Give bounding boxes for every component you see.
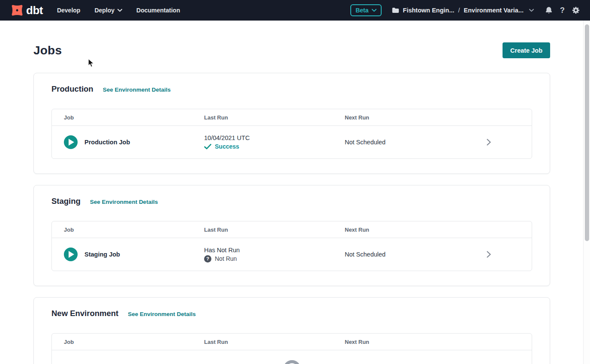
last-run-date: 10/04/2021 UTC	[204, 134, 345, 141]
nav-documentation[interactable]: Documentation	[136, 7, 180, 14]
chevron-down-icon[interactable]	[529, 9, 534, 12]
gear-icon[interactable]	[572, 6, 580, 14]
topbar-icons: ?	[545, 6, 580, 14]
chevron-right-icon	[487, 251, 491, 258]
breadcrumb: Fishtown Engin... / Environment Varia...	[392, 7, 534, 14]
status-label: Success	[215, 143, 239, 150]
last-run-status: ? Not Run	[204, 255, 345, 263]
column-header-last-run: Last Run	[204, 227, 345, 233]
run-job-button[interactable]	[64, 135, 78, 149]
job-row-staging[interactable]: Staging Job Has Not Run ? Not Run Not Sc…	[52, 238, 532, 271]
table-header-row: Job Last Run Next Run	[52, 109, 532, 126]
page-title: Jobs	[33, 44, 62, 57]
create-job-button[interactable]: Create Job	[503, 42, 550, 58]
environment-card-staging: Staging See Environment Details Job Last…	[33, 185, 550, 286]
folder-icon	[392, 7, 399, 13]
question-icon: ?	[204, 255, 211, 263]
next-run-cell: Not Scheduled	[345, 251, 480, 258]
environment-card-production: Production See Environment Details Job L…	[33, 73, 550, 174]
scrollbar-thumb[interactable]	[585, 24, 589, 241]
chevron-down-icon	[117, 9, 122, 12]
job-name: Production Job	[84, 139, 130, 146]
dbt-logo[interactable]: dbt	[9, 3, 43, 18]
card-header: Production See Environment Details	[51, 84, 532, 94]
environment-name: New Environment	[51, 309, 118, 318]
breadcrumb-section[interactable]: Environment Varia...	[464, 7, 524, 14]
table-header-row: Job Last Run Next Run	[52, 221, 532, 238]
card-header: New Environment See Environment Details	[51, 309, 532, 318]
scrollbar-track	[583, 21, 590, 364]
chevron-down-icon	[372, 9, 376, 12]
status-label: Not Run	[215, 255, 237, 262]
brand-text: dbt	[26, 5, 43, 16]
job-cell: Staging Job	[64, 248, 204, 261]
nav-develop[interactable]: Develop	[57, 7, 80, 14]
see-environment-details-link[interactable]: See Environment Details	[103, 87, 171, 93]
play-icon	[69, 139, 74, 146]
table-header-row: Job Last Run Next Run	[52, 334, 532, 350]
environment-name: Production	[51, 84, 93, 94]
column-header-next-run: Next Run	[345, 339, 480, 345]
job-name: Staging Job	[84, 251, 120, 258]
help-icon[interactable]: ?	[560, 6, 565, 14]
breadcrumb-project[interactable]: Fishtown Engin...	[403, 7, 455, 14]
next-run-cell: Not Scheduled	[345, 139, 480, 146]
last-run-date: Has Not Run	[204, 247, 345, 254]
primary-nav: Develop Deploy Documentation	[57, 7, 180, 14]
column-header-job: Job	[64, 114, 204, 121]
nav-deploy[interactable]: Deploy	[94, 7, 122, 14]
environment-name: Staging	[51, 197, 81, 206]
mouse-cursor	[88, 59, 94, 68]
check-icon	[204, 144, 211, 149]
breadcrumb-separator: /	[458, 7, 460, 14]
bell-icon[interactable]	[545, 6, 553, 14]
see-environment-details-link[interactable]: See Environment Details	[128, 311, 196, 317]
empty-jobs-icon	[283, 360, 301, 364]
jobs-table: Job Last Run Next Run Staging Job Has No…	[51, 221, 532, 271]
empty-jobs-area	[52, 350, 532, 364]
play-icon	[69, 251, 74, 258]
column-header-job: Job	[64, 227, 204, 233]
page-header: Jobs Create Job	[33, 42, 550, 58]
last-run-cell: 10/04/2021 UTC Success	[204, 134, 345, 150]
dbt-logo-icon	[9, 3, 25, 18]
card-header: Staging See Environment Details	[51, 197, 532, 206]
column-header-job: Job	[64, 339, 204, 345]
column-header-last-run: Last Run	[204, 114, 345, 121]
job-row-production[interactable]: Production Job 10/04/2021 UTC Success No…	[52, 126, 532, 158]
beta-dropdown[interactable]: Beta	[350, 4, 381, 16]
environment-card-new-environment: New Environment See Environment Details …	[33, 297, 550, 364]
top-navigation-bar: dbt Develop Deploy Documentation Beta Fi…	[0, 0, 590, 21]
column-header-last-run: Last Run	[204, 339, 345, 345]
see-environment-details-link[interactable]: See Environment Details	[90, 199, 158, 205]
chevron-right-icon	[487, 139, 491, 146]
last-run-status: Success	[204, 143, 345, 150]
last-run-cell: Has Not Run ? Not Run	[204, 247, 345, 263]
jobs-table: Job Last Run Next Run Production Job 10/…	[51, 109, 532, 159]
column-header-next-run: Next Run	[345, 227, 480, 233]
jobs-table: Job Last Run Next Run	[51, 333, 532, 364]
run-job-button[interactable]	[64, 248, 78, 261]
job-cell: Production Job	[64, 135, 204, 149]
jobs-page: Jobs Create Job Production See Environme…	[33, 42, 550, 364]
topbar-right: Beta Fishtown Engin... / Environment Var…	[350, 4, 580, 16]
column-header-next-run: Next Run	[345, 114, 480, 121]
